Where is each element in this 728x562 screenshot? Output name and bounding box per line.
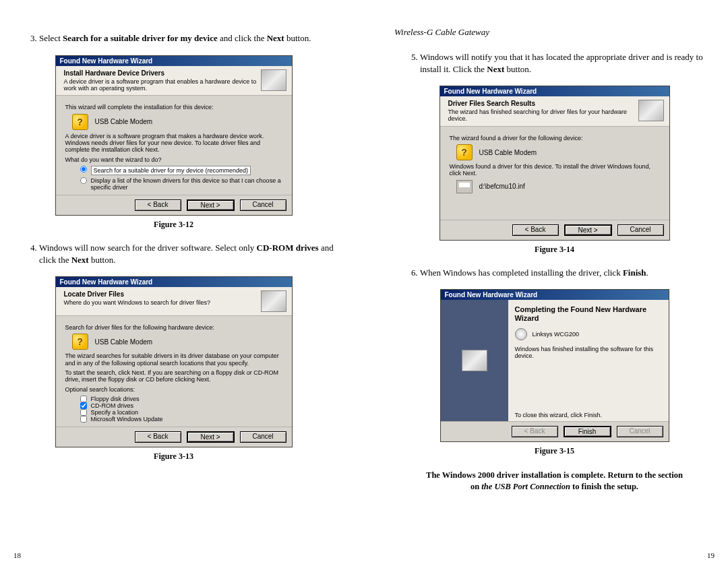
text: button. <box>504 64 531 74</box>
back-button[interactable]: < Back <box>135 199 181 211</box>
page-number: 18 <box>13 551 21 559</box>
device-name: USB Cable Modem <box>479 149 537 156</box>
text: This wizard will complete the installati… <box>65 104 282 111</box>
floppy-icon <box>456 180 473 193</box>
banner-sub: A device driver is a software program th… <box>64 78 257 92</box>
note-text-italic: the USB Port Connection <box>481 482 570 491</box>
back-button: < Back <box>512 426 558 437</box>
hardware-icon <box>261 69 286 91</box>
dialog-title: Found New Hardware Wizard <box>56 277 292 287</box>
text: . <box>646 268 648 278</box>
dialog-banner: Install Hardware Device Drivers A device… <box>56 66 292 96</box>
finish-button[interactable]: Finish <box>564 426 611 437</box>
dialog-fig-3-12: Found New Hardware Wizard Install Hardwa… <box>55 55 293 216</box>
checkbox-input[interactable] <box>80 409 87 416</box>
hardware-icon <box>462 350 487 371</box>
device-icon <box>515 328 527 340</box>
dialog-banner: Driver Files Search Results The wizard h… <box>440 96 669 127</box>
completion-note: The Windows 2000 driver installation is … <box>394 470 715 493</box>
text: When Windows has completed installing th… <box>420 268 623 278</box>
text: Windows will notify you that it has loca… <box>420 52 703 74</box>
text: What do you want the wizard to do? <box>65 156 282 163</box>
text-bold: Search for a suitable driver for my devi… <box>63 33 218 43</box>
figure-caption: Figure 3-12 <box>13 220 334 230</box>
next-button[interactable]: Next > <box>187 199 235 211</box>
text: To start the search, click Next. If you … <box>65 369 282 383</box>
wizard-heading: Completing the Found New Hardware Wizard <box>515 305 662 323</box>
dialog-title: Found New Hardware Wizard <box>440 86 669 96</box>
text: The wizard searches for suitable drivers… <box>65 352 282 367</box>
cancel-button[interactable]: Cancel <box>617 224 664 236</box>
text: The wizard found a driver for the follow… <box>450 135 660 142</box>
cancel-button[interactable]: Cancel <box>240 199 286 211</box>
text-bold: Next <box>267 33 284 43</box>
note-text: to finish the setup. <box>570 482 638 491</box>
radio-input[interactable] <box>80 166 87 173</box>
check-cdrom[interactable]: CD-ROM drives <box>80 402 282 409</box>
step-4: Windows will now search for the driver s… <box>39 242 334 266</box>
text: Optional search locations: <box>65 386 282 393</box>
step-6: When Windows has completed installing th… <box>420 267 715 279</box>
next-button[interactable]: Next > <box>187 431 235 443</box>
check-label: Floppy disk drives <box>91 396 140 402</box>
banner-heading: Install Hardware Device Drivers <box>64 69 257 77</box>
checkbox-input[interactable] <box>80 402 87 409</box>
text: Windows will now search for the driver s… <box>39 243 257 253</box>
text: Windows has finished installing the soft… <box>515 346 662 359</box>
check-label: Microsoft Windows Update <box>91 416 163 423</box>
check-label: Specify a location <box>91 409 139 416</box>
dialog-fig-3-14: Found New Hardware Wizard Driver Files S… <box>439 86 670 240</box>
question-icon: ? <box>456 144 473 160</box>
figure-caption: Figure 3-13 <box>13 451 334 462</box>
text: button. <box>89 255 116 265</box>
hardware-icon <box>261 290 286 312</box>
note-text: on <box>471 482 481 491</box>
radio-input[interactable] <box>80 177 87 184</box>
dialog-banner: Locate Driver Files Where do you want Wi… <box>56 287 292 316</box>
banner-heading: Driver Files Search Results <box>448 100 634 107</box>
step-5: Windows will notify you that it has loca… <box>420 51 715 75</box>
radio-display-list[interactable]: Display a list of the known drivers for … <box>80 177 282 191</box>
device-name: USB Cable Modem <box>95 338 153 346</box>
cancel-button: Cancel <box>617 426 663 437</box>
figure-caption: Figure 3-14 <box>394 245 715 255</box>
dialog-title: Found New Hardware Wizard <box>56 56 292 66</box>
step-3: Select Search for a suitable driver for … <box>39 32 334 44</box>
page-number: 19 <box>707 551 715 559</box>
check-winupdate[interactable]: Microsoft Windows Update <box>80 416 282 423</box>
driver-path: d:\befcmu10.inf <box>479 183 525 190</box>
text: and click the <box>218 33 267 43</box>
back-button[interactable]: < Back <box>512 224 559 236</box>
banner-heading: Locate Driver Files <box>64 290 257 298</box>
running-header: Wireless-G Cable Gateway <box>394 27 715 38</box>
radio-label: Display a list of the known drivers for … <box>91 177 282 191</box>
dialog-fig-3-15: Found New Hardware Wizard Completing the… <box>440 289 669 442</box>
check-floppy[interactable]: Floppy disk drives <box>80 396 282 402</box>
text-bold: Next <box>487 64 504 74</box>
cancel-button[interactable]: Cancel <box>240 431 286 443</box>
text: A device driver is a software program th… <box>65 133 282 154</box>
hardware-icon <box>638 100 664 121</box>
text: button. <box>284 33 311 43</box>
text-bold: Finish <box>623 268 646 278</box>
device-name: USB Cable Modem <box>95 118 153 125</box>
back-button[interactable]: < Back <box>135 431 181 443</box>
checkbox-input[interactable] <box>80 396 87 402</box>
text-bold: CD-ROM drives <box>257 243 319 253</box>
checkbox-input[interactable] <box>80 416 87 423</box>
radio-label: Search for a suitable driver for my devi… <box>91 166 251 175</box>
wizard-side-graphic <box>441 300 508 421</box>
dialog-title: Found New Hardware Wizard <box>441 290 669 300</box>
banner-sub: The wizard has finished searching for dr… <box>448 108 634 123</box>
text: Windows found a driver for this device. … <box>450 163 660 177</box>
check-label: CD-ROM drives <box>91 402 134 409</box>
banner-sub: Where do you want Windows to search for … <box>64 299 257 306</box>
note-line1: The Windows 2000 driver installation is … <box>394 470 715 481</box>
text-bold: Next <box>71 255 89 265</box>
next-button[interactable]: Next > <box>564 224 612 236</box>
device-name: Linksys WCG200 <box>533 331 580 338</box>
check-specify[interactable]: Specify a location <box>80 409 282 416</box>
question-icon: ? <box>72 114 88 130</box>
radio-search-driver[interactable]: Search for a suitable driver for my devi… <box>80 166 282 175</box>
dialog-fig-3-13: Found New Hardware Wizard Locate Driver … <box>55 276 293 447</box>
